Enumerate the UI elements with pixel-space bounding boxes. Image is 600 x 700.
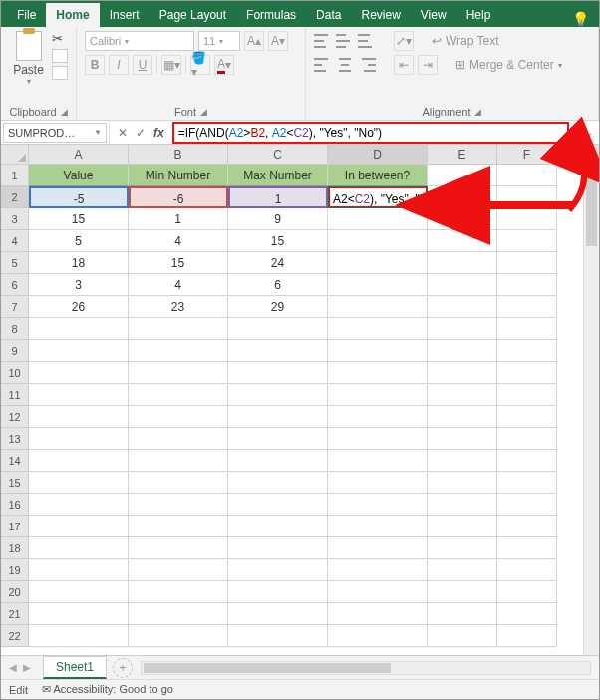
row-header[interactable]: 19 [1, 559, 29, 581]
expand-formula-bar-icon[interactable]: ⌄ [585, 127, 593, 138]
cell[interactable] [497, 296, 557, 318]
cell[interactable] [428, 252, 497, 274]
tab-formulas[interactable]: Formulas [236, 3, 306, 27]
row-header[interactable]: 6 [1, 274, 29, 296]
cell[interactable]: 23 [129, 296, 228, 318]
cell[interactable]: 9 [228, 208, 328, 230]
grid[interactable]: 1 Value Min Number Max Number In between… [1, 165, 599, 647]
cell[interactable]: 5 [29, 230, 129, 252]
row-header[interactable]: 15 [1, 472, 29, 494]
cell[interactable] [497, 208, 557, 230]
col-header-B[interactable]: B [129, 145, 228, 164]
cell[interactable]: 24 [228, 252, 328, 274]
row-header[interactable]: 12 [1, 406, 29, 428]
cell[interactable]: 3 [29, 274, 129, 296]
row-header[interactable]: 11 [1, 384, 29, 406]
font-name-dropdown[interactable]: Calibri▾ [85, 31, 194, 51]
cell-A1[interactable]: Value [29, 165, 129, 186]
decrease-font-icon[interactable]: A▾ [268, 31, 288, 51]
row-header[interactable]: 16 [1, 494, 29, 516]
name-box[interactable]: SUMPROD…▼ [3, 123, 107, 143]
vertical-scrollbar[interactable] [583, 165, 599, 655]
merge-center-button[interactable]: Merge & Center [469, 58, 554, 72]
cell[interactable] [497, 274, 557, 296]
align-left-icon[interactable] [314, 58, 332, 72]
cell[interactable] [497, 252, 557, 274]
cell-B2[interactable]: -6 [129, 186, 228, 208]
cell-A2[interactable]: -5 [29, 186, 129, 208]
horizontal-scrollbar[interactable] [141, 661, 591, 675]
cell[interactable] [328, 230, 428, 252]
row-header[interactable]: 8 [1, 318, 29, 340]
tab-help[interactable]: Help [456, 3, 501, 27]
row-header[interactable]: 22 [1, 625, 29, 647]
cell[interactable] [428, 230, 497, 252]
row-header[interactable]: 17 [1, 516, 29, 537]
align-bottom-icon[interactable] [358, 34, 376, 48]
bold-button[interactable]: B [85, 55, 105, 75]
row-header[interactable]: 18 [1, 537, 29, 559]
tab-home[interactable]: Home [46, 3, 99, 27]
cell-E1[interactable] [428, 165, 497, 186]
cell[interactable] [328, 274, 428, 296]
tell-me-icon[interactable]: 💡 [572, 11, 589, 27]
cell[interactable] [428, 208, 497, 230]
cell[interactable] [328, 296, 428, 318]
cell[interactable] [497, 230, 557, 252]
align-top-icon[interactable] [314, 34, 332, 48]
row-header[interactable]: 13 [1, 428, 29, 450]
italic-button[interactable]: I [109, 55, 129, 75]
cell[interactable] [328, 208, 428, 230]
tab-view[interactable]: View [411, 3, 456, 27]
cancel-formula-icon[interactable]: ✕ [118, 126, 128, 140]
accessibility-status[interactable]: ✉ Accessibility: Good to go [42, 683, 173, 696]
cut-icon[interactable]: ✂ [52, 31, 68, 46]
row-header[interactable]: 3 [1, 208, 29, 230]
new-sheet-button[interactable]: + [113, 658, 133, 678]
dialog-launcher-icon[interactable]: ◢ [200, 107, 207, 117]
row-header[interactable]: 2 [1, 186, 29, 208]
tab-data[interactable]: Data [306, 3, 351, 27]
dialog-launcher-icon[interactable]: ◢ [474, 107, 481, 117]
copy-icon[interactable] [52, 49, 68, 63]
wrap-text-button[interactable]: Wrap Text [446, 34, 499, 48]
font-color-dropdown[interactable]: A▾ [214, 55, 234, 75]
sheet-tab-active[interactable]: Sheet1 [43, 656, 107, 679]
align-center-icon[interactable] [336, 58, 354, 72]
increase-font-icon[interactable]: A▴ [244, 31, 264, 51]
cell-F1[interactable] [497, 165, 557, 186]
cell[interactable]: 15 [228, 230, 328, 252]
fx-icon[interactable]: fx [153, 126, 164, 140]
format-painter-icon[interactable] [52, 66, 68, 80]
cell[interactable]: 6 [228, 274, 328, 296]
align-middle-icon[interactable] [336, 34, 354, 48]
cell-D1[interactable]: In between? [328, 165, 428, 186]
col-header-D[interactable]: D [328, 145, 428, 164]
tab-review[interactable]: Review [351, 3, 410, 27]
row-header[interactable]: 20 [1, 581, 29, 603]
enter-formula-icon[interactable]: ✓ [136, 126, 146, 140]
col-header-A[interactable]: A [29, 145, 129, 164]
tab-file[interactable]: File [7, 3, 46, 27]
col-header-E[interactable]: E [428, 145, 497, 164]
align-right-icon[interactable] [358, 58, 376, 72]
row-header[interactable]: 10 [1, 362, 29, 384]
cell[interactable]: 18 [29, 252, 129, 274]
sheet-nav-next-icon[interactable]: ▶ [23, 662, 31, 673]
underline-button[interactable]: U [133, 55, 152, 75]
cell[interactable]: 15 [29, 208, 129, 230]
row-header[interactable]: 14 [1, 450, 29, 472]
cell[interactable] [428, 274, 497, 296]
cell[interactable]: 1 [129, 208, 228, 230]
font-size-dropdown[interactable]: 11▾ [198, 31, 240, 51]
cell[interactable]: 26 [29, 296, 129, 318]
cell-D2-editing[interactable]: A2<C2), "Yes", "No") [328, 186, 428, 208]
cell-C2[interactable]: 1 [228, 186, 328, 208]
row-header[interactable]: 21 [1, 603, 29, 625]
select-all-corner[interactable] [1, 145, 29, 164]
cell[interactable] [428, 296, 497, 318]
formula-input[interactable]: =IF(AND(A2>B2, A2<C2), "Yes", "No") [172, 122, 569, 144]
cell[interactable]: 15 [129, 252, 228, 274]
cell[interactable]: 4 [129, 230, 228, 252]
cell-B1[interactable]: Min Number [129, 165, 228, 186]
